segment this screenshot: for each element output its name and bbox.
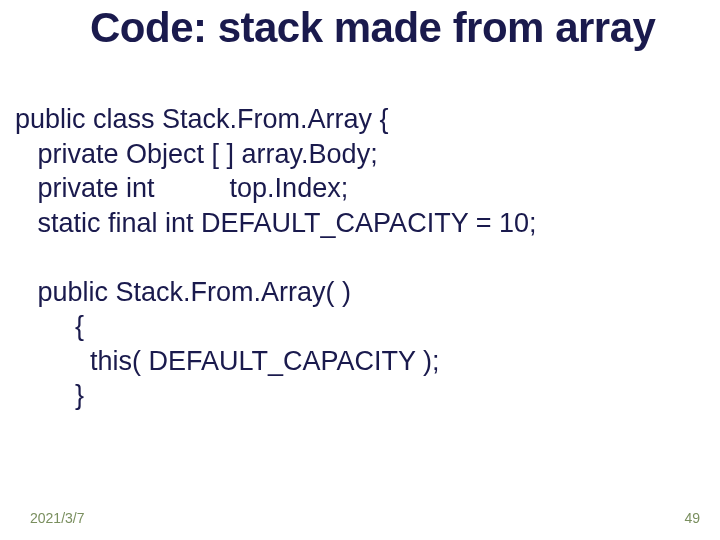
- code-line: public Stack.From.Array( ): [15, 277, 351, 307]
- footer-date: 2021/3/7: [30, 510, 85, 526]
- code-block: public class Stack.From.Array { private …: [15, 102, 536, 413]
- code-line: private int top.Index;: [15, 173, 348, 203]
- code-line: static final int DEFAULT_CAPACITY = 10;: [15, 208, 536, 238]
- slide-title: Code: stack made from array: [90, 6, 655, 50]
- code-line: private Object [ ] array.Body;: [15, 139, 378, 169]
- code-line: {: [15, 311, 84, 341]
- code-line: public class Stack.From.Array {: [15, 104, 389, 134]
- footer-page-number: 49: [684, 510, 700, 526]
- code-line: }: [15, 380, 84, 410]
- code-line: this( DEFAULT_CAPACITY );: [15, 346, 440, 376]
